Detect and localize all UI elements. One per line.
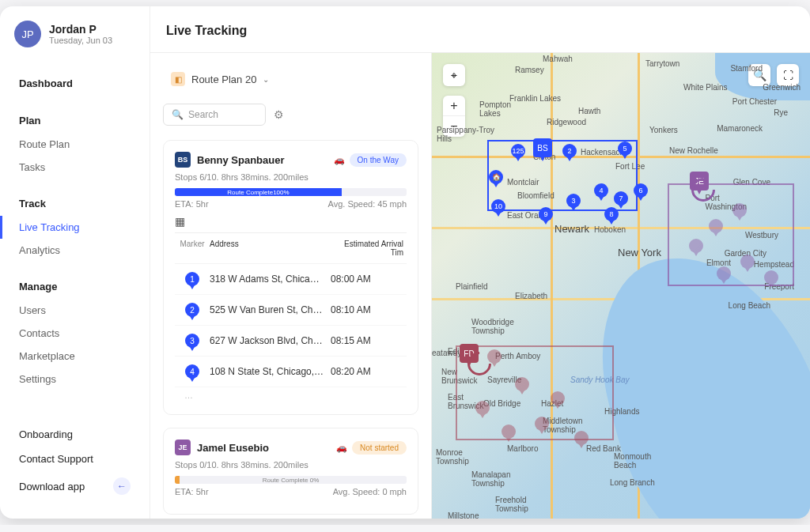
map-marker[interactable]: 5 (618, 141, 632, 156)
map-marker-driver[interactable]: BS (533, 138, 552, 157)
nav-marketplace[interactable]: Marketplace (0, 345, 150, 368)
map-label: Newark (555, 223, 589, 235)
nav-dashboard[interactable]: Dashboard (0, 71, 150, 96)
map-marker[interactable] (574, 431, 589, 445)
map-marker[interactable]: 3 (566, 194, 581, 208)
footer-download-label: Download app (19, 481, 85, 492)
map-marker[interactable] (502, 424, 516, 439)
nav-settings[interactable]: Settings (0, 368, 150, 391)
page-title: Live Tracking (150, 6, 810, 52)
map-marker[interactable]: 8 (604, 207, 619, 221)
map-marker[interactable] (717, 266, 731, 281)
map-label: Freehold Township (495, 496, 528, 513)
map-label: Port Chester (732, 97, 777, 106)
nav-live-tracking[interactable]: Live Tracking (0, 216, 150, 239)
stop-address: 318 W Adams St, Chicago, IL 60606… (210, 274, 331, 285)
map-label: Monroe Township (436, 448, 469, 466)
stop-eta: 08:10 AM (331, 304, 407, 315)
footer-download[interactable]: Download app ← (0, 471, 150, 501)
avatar: JP (14, 21, 41, 47)
nav-analytics[interactable]: Analytics (0, 239, 150, 262)
nav-route-plan[interactable]: Route Plan (0, 133, 150, 156)
map-marker[interactable] (732, 203, 747, 217)
map-label: Hawth (578, 107, 600, 115)
search-icon: 🔍 (172, 109, 184, 120)
user-block[interactable]: JP Jordan P Tuesday, Jun 03 (0, 21, 150, 65)
footer-onboarding[interactable]: Onboarding (0, 422, 150, 447)
nav-track-header: Track (0, 191, 150, 216)
zoom-in-button[interactable]: + (443, 96, 465, 116)
locate-button[interactable]: ⌖ (443, 64, 465, 86)
th-eta: Estimated Arrival Tim (331, 240, 407, 257)
map-label: Pompton Lakes (479, 100, 511, 118)
footer-support[interactable]: Contact Support (0, 447, 150, 471)
map-label: Monmouth Beach (614, 452, 651, 470)
map-marker[interactable]: 7 (614, 191, 628, 206)
more-rows-icon[interactable]: … (175, 387, 407, 403)
chevron-down-icon: ⌄ (263, 75, 269, 84)
car-icon: 🚗 (336, 443, 347, 453)
table-row[interactable]: 4 108 N State St, Chicago, IL 60602… 08:… (175, 357, 407, 387)
map-label: Millstone (448, 511, 479, 519)
stop-address: 627 W Jackson Blvd, Chicago, IL … (210, 335, 331, 346)
nav-users[interactable]: Users (0, 299, 150, 322)
table-row[interactable]: 1 318 W Adams St, Chicago, IL 60606… 08:… (175, 264, 407, 295)
map-label: White Plains (683, 83, 728, 92)
main-area: Live Tracking ◧ Route Plan 20 ⌄ 🔍 Search… (150, 6, 810, 519)
nav-manage-header: Manage (0, 274, 150, 299)
map-marker[interactable]: 4 (594, 183, 608, 198)
map[interactable]: ⌖ + − 🔍 ⛶ New York Newark Yonkers White … (432, 53, 810, 519)
map-marker[interactable] (551, 391, 565, 406)
map-label: Greenwich (763, 83, 801, 92)
map-marker[interactable] (515, 377, 529, 391)
route-plan-selector[interactable]: ◧ Route Plan 20 ⌄ (163, 67, 277, 91)
map-marker[interactable] (740, 255, 755, 269)
map-label: Tarrytown (645, 59, 679, 68)
marker-pin: 1 (185, 272, 199, 286)
map-label: Mahwah (543, 55, 573, 63)
map-label: Hoboken (594, 225, 626, 234)
map-label: Manalapan Township (471, 470, 510, 488)
map-marker[interactable] (709, 219, 723, 233)
map-marker[interactable]: 10 (491, 199, 505, 213)
map-marker[interactable]: 125 (511, 144, 525, 158)
settings-icon[interactable]: ⚙ (274, 108, 284, 121)
progress-label: Route Complete 0% (263, 477, 320, 484)
map-marker[interactable]: 2 (562, 144, 577, 158)
map-label: New York (618, 247, 661, 258)
map-marker[interactable] (475, 401, 490, 415)
table-row[interactable]: 3 627 W Jackson Blvd, Chicago, IL … 08:1… (175, 326, 407, 357)
map-label: Ramsey (515, 66, 544, 74)
stop-address: 108 N State St, Chicago, IL 60602… (210, 366, 331, 377)
map-label: Rye (774, 108, 788, 117)
map-label: Marlboro (507, 444, 538, 453)
map-marker[interactable] (764, 270, 778, 285)
user-name: Jordan P (49, 23, 112, 36)
route-icon: ◧ (171, 72, 185, 86)
map-marker[interactable] (689, 239, 703, 253)
map-label: New Rochelle (669, 146, 718, 155)
map-label: Franklin Lakes (509, 94, 561, 103)
stop-eta: 08:20 AM (331, 366, 407, 377)
map-marker[interactable]: 🏠 (489, 170, 503, 184)
driver-card: BS Benny Spanbauer 🚗 On the Way Stops 6/… (163, 140, 418, 415)
map-marker[interactable] (535, 417, 549, 431)
driver-speed: Avg. Speed: 45 mph (328, 199, 407, 209)
map-marker[interactable]: 9 (539, 207, 553, 221)
driver-avatar: JE (175, 440, 191, 455)
driver-name: Benny Spanbauer (197, 154, 285, 166)
map-marker[interactable]: 6 (634, 183, 648, 198)
map-label: Woodbridge Township (471, 318, 514, 335)
search-input[interactable]: 🔍 Search (163, 104, 266, 126)
map-marker[interactable] (487, 349, 502, 364)
progress-bar: Route Complete 0% (175, 476, 407, 484)
nav-tasks[interactable]: Tasks (0, 156, 150, 179)
nav-contacts[interactable]: Contacts (0, 322, 150, 345)
table-row[interactable]: 2 525 W Van Buren St, Chicago, IL … 08:1… (175, 295, 407, 326)
nav-plan-header: Plan (0, 108, 150, 133)
marker-pin: 4 (185, 364, 199, 379)
driver-stats: Stops 0/10. 8hrs 38mins. 200miles (175, 460, 407, 470)
marker-pin: 2 (185, 303, 199, 317)
grid-icon[interactable]: ▦ (175, 215, 407, 228)
stop-address: 525 W Van Buren St, Chicago, IL … (210, 304, 331, 315)
